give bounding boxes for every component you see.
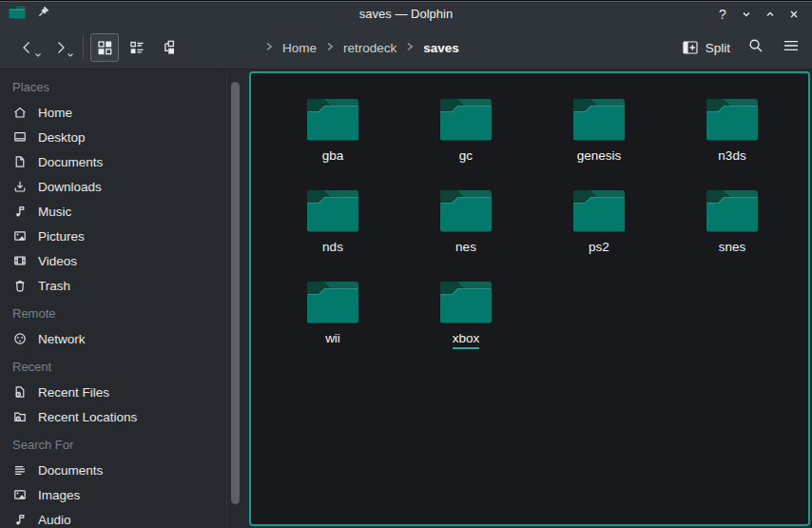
- folder-item-ps2[interactable]: ps2: [532, 186, 666, 278]
- close-icon: [787, 8, 801, 21]
- network-icon: [12, 331, 28, 346]
- minimize-button[interactable]: [738, 6, 755, 23]
- breadcrumb-chevron-icon: [264, 41, 274, 55]
- sidebar-item-home[interactable]: Home: [12, 100, 249, 125]
- sidebar-item-recent-files[interactable]: Recent Files: [12, 380, 249, 404]
- tree-view-icon: [161, 39, 178, 56]
- back-history-caret-icon: [34, 45, 42, 62]
- folder-item-snes[interactable]: snes: [666, 186, 799, 278]
- window-body: PlacesHomeDesktopDocumentsDownloadsMusic…: [0, 70, 812, 528]
- folder-icon: [305, 186, 360, 234]
- folder-icon: [571, 95, 627, 143]
- sidebar-item-recent-locations[interactable]: Recent Locations: [12, 404, 249, 429]
- document-icon: [12, 154, 28, 169]
- folder-label: nes: [455, 240, 476, 255]
- folder-item-wii[interactable]: wii: [266, 278, 399, 369]
- sidebar-item-downloads[interactable]: Downloads: [12, 174, 249, 199]
- folder-label: wii: [325, 331, 340, 346]
- sidebar-scrollbar[interactable]: [231, 82, 240, 504]
- sidebar-item-label: Recent Files: [38, 385, 109, 400]
- sidebar-item-label: Recent Locations: [38, 410, 137, 424]
- split-button[interactable]: Split: [682, 40, 730, 55]
- folder-label: n3ds: [718, 148, 745, 164]
- sidebar-section-header: Places: [12, 75, 249, 100]
- folder-item-genesis[interactable]: genesis: [532, 95, 666, 186]
- folder-icon: [438, 278, 493, 325]
- details-view-button[interactable]: [123, 33, 151, 62]
- icons-view-button[interactable]: [90, 33, 119, 62]
- folder-label: gc: [459, 148, 473, 164]
- breadcrumb-saves[interactable]: saves: [423, 41, 459, 55]
- sidebar-item-audio[interactable]: Audio: [12, 507, 249, 528]
- folder-item-n3ds[interactable]: n3ds: [666, 95, 799, 186]
- close-button[interactable]: [785, 6, 802, 23]
- breadcrumb-home[interactable]: Home: [282, 41, 317, 55]
- sidebar-item-trash[interactable]: Trash: [12, 273, 249, 298]
- sidebar-item-pictures[interactable]: Pictures: [12, 224, 249, 248]
- panel-separator: [226, 70, 227, 528]
- sidebar-item-label: Documents: [38, 463, 103, 478]
- home-icon: [12, 105, 28, 120]
- folder-view[interactable]: gbagcgenesisn3dsndsnesps2sneswiixbox: [249, 71, 810, 526]
- search-button[interactable]: [747, 37, 764, 58]
- icons-view-icon: [96, 39, 113, 56]
- sidebar-item-documents[interactable]: Documents: [12, 149, 249, 174]
- help-button[interactable]: ?: [714, 6, 731, 23]
- music-icon: [12, 512, 28, 527]
- sidebar-item-music[interactable]: Music: [12, 199, 249, 224]
- folder-item-nes[interactable]: nes: [399, 186, 532, 278]
- folder-icon: [571, 186, 627, 234]
- sidebar-item-label: Pictures: [38, 229, 85, 244]
- sidebar-item-label: Home: [38, 106, 72, 120]
- text-lines-icon: [12, 462, 28, 478]
- image-icon: [12, 487, 28, 502]
- pin-icon[interactable]: [35, 5, 50, 24]
- sidebar-item-videos[interactable]: Videos: [12, 248, 249, 273]
- recent-file-icon: [12, 384, 28, 400]
- sidebar-item-images[interactable]: Images: [12, 482, 249, 507]
- split-view-icon: [682, 40, 699, 55]
- chevron-up-icon: [764, 8, 777, 21]
- search-icon: [747, 37, 764, 54]
- sidebar-item-label: Music: [38, 205, 71, 219]
- folder-item-gc[interactable]: gc: [399, 95, 532, 186]
- folder-label: xbox: [453, 331, 480, 349]
- tree-view-button[interactable]: [155, 33, 184, 62]
- sidebar-item-label: Videos: [38, 254, 77, 268]
- menu-button[interactable]: [782, 37, 801, 58]
- sidebar-item-label: Documents: [38, 155, 103, 169]
- folder-item-xbox[interactable]: xbox: [399, 278, 532, 369]
- maximize-button[interactable]: [762, 6, 779, 23]
- folder-label: gba: [322, 148, 344, 164]
- sidebar-section-header: Remote: [12, 302, 249, 326]
- breadcrumb-retrodeck[interactable]: retrodeck: [343, 41, 396, 55]
- sidebar-sections: PlacesHomeDesktopDocumentsDownloadsMusic…: [12, 75, 249, 528]
- forward-history-caret-icon: [67, 45, 74, 62]
- folder-icon: [305, 278, 360, 325]
- sidebar-section-header: Search For: [12, 433, 249, 458]
- sidebar-item-label: Audio: [38, 513, 71, 527]
- sidebar-item-desktop[interactable]: Desktop: [12, 125, 249, 149]
- back-button[interactable]: [11, 32, 44, 63]
- music-icon: [12, 204, 28, 219]
- folder-label: genesis: [577, 148, 622, 164]
- trash-icon: [12, 278, 28, 293]
- folder-icon: [705, 95, 760, 143]
- titlebar[interactable]: saves — Dolphin ?: [0, 1, 812, 27]
- toolbar: Home retrodeck saves Split: [0, 27, 812, 69]
- sidebar-item-label: Trash: [38, 279, 70, 293]
- forward-button[interactable]: [44, 32, 76, 63]
- sidebar-item-network[interactable]: Network: [12, 326, 249, 351]
- image-icon: [12, 228, 28, 244]
- folder-icon: [305, 95, 360, 143]
- desktop-icon: [12, 129, 28, 145]
- folder-icon: [705, 186, 760, 234]
- chevron-down-icon: [740, 8, 753, 21]
- sidebar-item-documents[interactable]: Documents: [12, 458, 249, 482]
- sidebar-item-label: Downloads: [38, 180, 102, 194]
- hamburger-menu-icon: [782, 37, 801, 54]
- sidebar-item-label: Images: [38, 488, 80, 502]
- folder-item-gba[interactable]: gba: [266, 95, 399, 186]
- sidebar-item-label: Network: [38, 332, 86, 346]
- folder-item-nds[interactable]: nds: [266, 186, 399, 278]
